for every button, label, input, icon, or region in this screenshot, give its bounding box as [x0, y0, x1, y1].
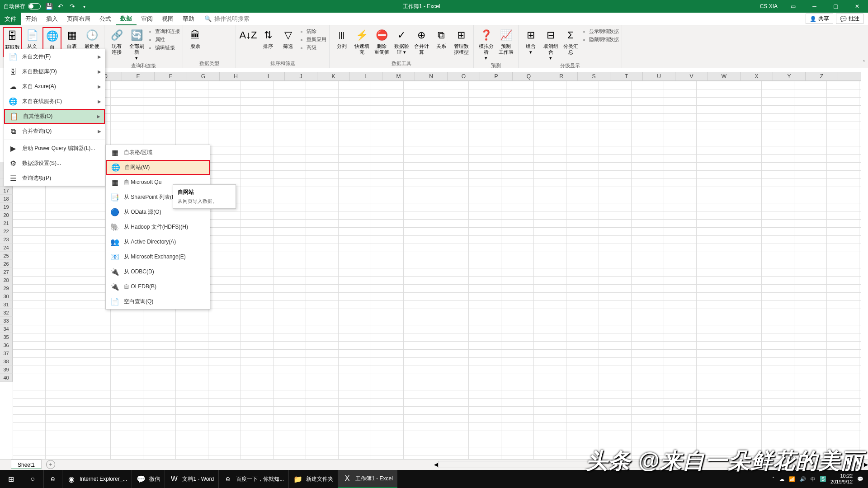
col-header[interactable]: R: [545, 72, 578, 80]
col-header[interactable]: E: [122, 72, 155, 80]
model-button[interactable]: ⊞管理数据模型: [452, 27, 471, 55]
col-header[interactable]: N: [415, 72, 448, 80]
connection-button[interactable]: 🔗现有连接: [107, 27, 126, 55]
row-header[interactable]: 22: [0, 227, 13, 235]
taskbar-item[interactable]: X工作簿1 - Excel: [338, 470, 397, 488]
tray-volume-icon[interactable]: 🔊: [800, 476, 806, 482]
menu-item[interactable]: ⧉合并查询(Q)▶: [4, 124, 105, 139]
submenu-item[interactable]: ▦自表格/区域: [106, 145, 210, 160]
col-header[interactable]: X: [741, 72, 773, 80]
col-header[interactable]: Q: [513, 72, 545, 80]
row-header[interactable]: 36: [0, 341, 13, 349]
menu-item[interactable]: ▶启动 Power Query 编辑器(L)...: [4, 141, 105, 156]
undo-icon[interactable]: ↶: [57, 3, 64, 10]
cortana-button[interactable]: ○: [22, 470, 43, 488]
submenu-item[interactable]: 🔌从 ODBC(D): [106, 264, 210, 279]
tray-sogou-icon[interactable]: S: [820, 476, 826, 482]
collapse-ribbon-icon[interactable]: ˄: [863, 60, 865, 66]
col-header[interactable]: Z: [806, 72, 838, 80]
taskbar-item[interactable]: e: [43, 470, 62, 488]
start-button[interactable]: ⊞: [0, 470, 22, 488]
autosave-toggle[interactable]: 自动保存: [4, 3, 41, 10]
dedupe-button[interactable]: ⛔删除重复值: [372, 27, 391, 55]
ribbon-link[interactable]: ▫属性: [147, 36, 180, 43]
submenu-item[interactable]: 👥从 Active Directory(A): [106, 235, 210, 249]
col-header[interactable]: V: [675, 72, 708, 80]
row-header[interactable]: 26: [0, 260, 13, 268]
row-header[interactable]: 25: [0, 252, 13, 260]
save-icon[interactable]: 💾: [45, 3, 52, 10]
tab-视图[interactable]: 视图: [157, 13, 178, 25]
ungroup-button[interactable]: ⊟取消组合▾: [541, 27, 560, 61]
ribbon-display-icon[interactable]: ▭: [783, 0, 803, 13]
row-header[interactable]: 20: [0, 211, 13, 219]
row-header[interactable]: 40: [0, 374, 13, 382]
row-header[interactable]: 32: [0, 309, 13, 317]
row-header[interactable]: 27: [0, 268, 13, 276]
taskbar-item[interactable]: e百度一下，你就知...: [218, 470, 288, 488]
row-header[interactable]: 37: [0, 349, 13, 357]
menu-item[interactable]: ⚙数据源设置(S)...: [4, 156, 105, 171]
maximize-button[interactable]: ▢: [826, 0, 846, 13]
row-header[interactable]: 33: [0, 317, 13, 325]
ribbon-link[interactable]: ▫编辑链接: [147, 44, 180, 51]
menu-item[interactable]: 🗄来自数据库(D)▶: [4, 64, 105, 79]
menu-item[interactable]: 📋自其他源(O)▶: [4, 109, 105, 124]
col-header[interactable]: K: [317, 72, 350, 80]
tab-数据[interactable]: 数据: [116, 13, 137, 25]
tray-onedrive-icon[interactable]: ☁: [779, 476, 784, 482]
row-header[interactable]: 34: [0, 325, 13, 333]
tray-network-icon[interactable]: 📶: [789, 476, 795, 482]
flash-button[interactable]: ⚡快速填充: [352, 27, 371, 55]
consolidate-button[interactable]: ⊕合并计算: [412, 27, 431, 55]
ribbon-link[interactable]: ▫重新应用: [298, 36, 326, 43]
col-header[interactable]: Y: [773, 72, 806, 80]
col-header[interactable]: G: [187, 72, 220, 80]
filter-button[interactable]: ▽筛选: [278, 27, 297, 49]
row-header[interactable]: 30: [0, 292, 13, 300]
col-header[interactable]: W: [708, 72, 741, 80]
row-header[interactable]: 38: [0, 357, 13, 366]
refresh-button[interactable]: 🔄全部刷新▾: [127, 27, 146, 61]
col-header[interactable]: T: [610, 72, 643, 80]
tab-文件[interactable]: 文件: [0, 13, 21, 25]
notifications-icon[interactable]: 💬: [857, 476, 863, 482]
row-header[interactable]: 31: [0, 300, 13, 309]
row-header[interactable]: 24: [0, 244, 13, 252]
col-header[interactable]: S: [578, 72, 610, 80]
row-header[interactable]: 39: [0, 366, 13, 374]
col-header[interactable]: M: [382, 72, 415, 80]
row-header[interactable]: 17: [0, 187, 13, 195]
taskbar-item[interactable]: ◉Internet Explorer_...: [62, 470, 132, 488]
submenu-item[interactable]: 🔌自 OLEDB(B): [106, 279, 210, 294]
group-button[interactable]: ⊞组合▾: [521, 27, 540, 55]
menu-item[interactable]: 🌐来自在线服务(E)▶: [4, 94, 105, 109]
menu-item[interactable]: 📄来自文件(F)▶: [4, 49, 105, 64]
tab-公式[interactable]: 公式: [95, 13, 116, 25]
ribbon-link[interactable]: ▫隐藏明细数据: [581, 36, 619, 43]
user-account[interactable]: CS XIA: [755, 0, 782, 13]
ribbon-link[interactable]: ▫清除: [298, 28, 326, 35]
forecast-button[interactable]: 📈预测工作表: [496, 27, 515, 55]
submenu-item[interactable]: 📄空白查询(Q): [106, 294, 210, 309]
menu-item[interactable]: ☰查询选项(P): [4, 171, 105, 186]
column-headers[interactable]: DEFGHIJKLMNOPQRSTUVWXYZ: [13, 72, 861, 81]
tab-插入[interactable]: 插入: [42, 13, 62, 25]
taskbar-item[interactable]: 💬微信: [132, 470, 165, 488]
comments-button[interactable]: 💬批注: [836, 14, 863, 24]
tell-me-search[interactable]: 🔍 操作说明搜索: [204, 15, 250, 23]
row-header[interactable]: 21: [0, 219, 13, 227]
col-header[interactable]: H: [220, 72, 252, 80]
qat-dropdown-icon[interactable]: ▾: [80, 3, 88, 10]
columns-button[interactable]: ⫼分列: [332, 27, 351, 49]
whatif-button[interactable]: ❓模拟分析▾: [476, 27, 495, 61]
close-button[interactable]: ✕: [847, 0, 867, 13]
row-header[interactable]: 29: [0, 284, 13, 292]
tab-审阅[interactable]: 审阅: [137, 13, 157, 25]
col-header[interactable]: U: [643, 72, 675, 80]
subtotal-button[interactable]: Σ分类汇总: [561, 27, 580, 55]
col-header[interactable]: P: [480, 72, 513, 80]
submenu-item[interactable]: 🐘从 Hadoop 文件(HDFS)(H): [106, 220, 210, 235]
minimize-button[interactable]: ─: [804, 0, 825, 13]
ribbon-link[interactable]: ▫高级: [298, 44, 326, 51]
